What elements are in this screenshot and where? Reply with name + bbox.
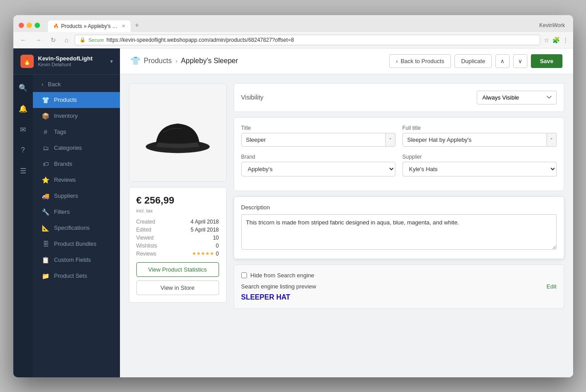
sidebar-item-label: Brands bbox=[54, 160, 72, 167]
visibility-select[interactable]: Always Visible Hidden Visible when direc… bbox=[477, 91, 557, 104]
full-title-input[interactable] bbox=[403, 133, 547, 147]
title-input[interactable] bbox=[241, 133, 386, 147]
back-to-products-button[interactable]: ‹ Back to Products bbox=[389, 54, 451, 68]
view-product-statistics-button[interactable]: View Product Statistics bbox=[136, 262, 219, 277]
sidebar-header[interactable]: 🔥 Kevin-SpeedofLight Kevin Delahunt ▾ bbox=[13, 48, 120, 75]
description-textarea[interactable]: This tricorn is made from striped fabric… bbox=[241, 214, 557, 250]
reload-button[interactable]: ↻ bbox=[48, 36, 59, 44]
content-area: € 256,99 incl. tax Created 4 April 2018 … bbox=[120, 74, 573, 318]
reviews-value: ★★★★★ 0 bbox=[163, 251, 219, 257]
sidebar-item-categories[interactable]: 🗂 Categories bbox=[33, 140, 120, 156]
custom-fields-icon: 📋 bbox=[42, 256, 50, 264]
sidebar-company-name: Kevin-SpeedofLight bbox=[38, 55, 106, 62]
sidebar-bell-icon[interactable]: 🔔 bbox=[13, 99, 33, 118]
categories-icon: 🗂 bbox=[42, 144, 50, 152]
new-tab-button[interactable]: + bbox=[132, 19, 143, 32]
tab-title: Products » Appleby's Sleeper bbox=[61, 23, 119, 29]
home-button[interactable]: ⌂ bbox=[62, 36, 71, 44]
sidebar-item-label: Products bbox=[54, 96, 77, 103]
browser-tabs: 🔥 Products » Appleby's Sleeper ✕ + bbox=[48, 19, 533, 32]
specifications-icon: 📐 bbox=[42, 224, 50, 232]
sidebar-help-icon[interactable]: ? bbox=[16, 141, 30, 160]
supplier-select[interactable]: Kyle's Hats bbox=[403, 162, 557, 176]
breadcrumb-separator: › bbox=[175, 57, 178, 64]
menu-button[interactable]: ⋮ bbox=[562, 36, 569, 44]
minimize-button[interactable] bbox=[27, 23, 32, 28]
seo-section-label: Search engine listing preview bbox=[241, 283, 316, 290]
sidebar-item-brands[interactable]: 🏷 Brands bbox=[33, 156, 120, 172]
hide-search-label: Hide from Search engine bbox=[251, 272, 315, 279]
hat-illustration bbox=[142, 97, 213, 168]
sidebar-item-inventory[interactable]: 📦 Inventory bbox=[33, 108, 120, 124]
sidebar-item-label: Inventory bbox=[54, 112, 78, 119]
created-label: Created bbox=[136, 219, 157, 225]
sidebar-item-specifications[interactable]: 📐 Specifications bbox=[33, 220, 120, 236]
sidebar-item-filters[interactable]: 🔧 Filters bbox=[33, 204, 120, 220]
supplier-group: Supplier Kyle's Hats bbox=[403, 154, 557, 176]
tab-close-icon[interactable]: ✕ bbox=[122, 24, 125, 28]
sidebar-item-suppliers[interactable]: 🚚 Suppliers bbox=[33, 188, 120, 204]
nav-down-button[interactable]: ∨ bbox=[513, 54, 527, 68]
active-tab[interactable]: 🔥 Products » Appleby's Sleeper ✕ bbox=[48, 20, 131, 32]
duplicate-button[interactable]: Duplicate bbox=[454, 54, 492, 68]
page-header: 👕 Products › Appleby's Sleeper ‹ Back to… bbox=[120, 48, 573, 74]
bookmark-button[interactable]: ☆ bbox=[544, 36, 550, 44]
breadcrumb: 👕 Products › Appleby's Sleeper bbox=[131, 56, 384, 66]
full-title-label: Full title bbox=[403, 125, 557, 131]
sidebar-item-tags[interactable]: # Tags bbox=[33, 124, 120, 140]
sidebar-item-label: Specifications bbox=[54, 224, 90, 231]
sidebar-mail-icon[interactable]: ✉ bbox=[15, 120, 31, 139]
sidebar-item-reviews[interactable]: ⭐ Reviews bbox=[33, 172, 120, 188]
brand-group: Brand Appleby's bbox=[241, 154, 395, 176]
wishlists-label: Wishlists bbox=[136, 243, 157, 249]
view-in-store-button[interactable]: View in Store bbox=[136, 280, 219, 295]
visibility-label: Visibility bbox=[241, 94, 263, 101]
sidebar-item-label: Suppliers bbox=[54, 192, 78, 199]
visibility-row: Visibility Always Visible Hidden Visible… bbox=[241, 91, 557, 104]
back-chevron-icon: ‹ bbox=[396, 58, 398, 64]
maximize-button[interactable] bbox=[35, 23, 40, 28]
save-button[interactable]: Save bbox=[531, 54, 562, 68]
profile-label: KevinWork bbox=[537, 20, 568, 31]
breadcrumb-current: Appleby's Sleeper bbox=[181, 57, 238, 65]
tags-icon: # bbox=[42, 128, 50, 136]
wishlists-value: 0 bbox=[163, 243, 219, 249]
sidebar-back-label: Back bbox=[48, 81, 61, 88]
brands-icon: 🏷 bbox=[42, 160, 50, 168]
sidebar-search-icon[interactable]: 🔍 bbox=[13, 78, 33, 97]
secure-badge: 🔒 bbox=[80, 37, 86, 43]
full-title-input-wrapper: * bbox=[403, 133, 557, 147]
sidebar-item-custom-fields[interactable]: 📋 Custom Fields bbox=[33, 252, 120, 268]
sidebar-item-label: Filters bbox=[54, 208, 70, 215]
brand-supplier-row: Brand Appleby's Supplier Kyle's Hats bbox=[241, 154, 557, 176]
title-group: Title * bbox=[241, 125, 395, 147]
right-panel: Visibility Always Visible Hidden Visible… bbox=[234, 83, 564, 309]
sidebar-item-product-bundles[interactable]: 🗄 Product Bundles bbox=[33, 236, 120, 252]
browser-titlebar: 🔥 Products » Appleby's Sleeper ✕ + Kevin… bbox=[13, 15, 573, 32]
title-required-button[interactable]: * bbox=[386, 133, 395, 147]
sidebar-user-info: Kevin-SpeedofLight Kevin Delahunt bbox=[38, 55, 106, 67]
brand-select[interactable]: Appleby's bbox=[241, 162, 395, 176]
sidebar-item-products[interactable]: 👕 Products bbox=[33, 92, 120, 108]
seo-header: Search engine listing preview Edit bbox=[241, 283, 557, 290]
hide-search-checkbox[interactable] bbox=[241, 272, 247, 278]
product-image-card bbox=[129, 83, 227, 182]
full-title-required-button[interactable]: * bbox=[547, 133, 556, 147]
forward-nav-button[interactable]: → bbox=[33, 36, 44, 44]
brand-label: Brand bbox=[241, 154, 395, 160]
sidebar-item-product-sets[interactable]: 📁 Product Sets bbox=[33, 268, 120, 284]
extensions-button[interactable]: 🧩 bbox=[552, 36, 560, 44]
meta-grid: Created 4 April 2018 Edited 5 April 2018… bbox=[136, 219, 219, 257]
address-bar[interactable]: 🔒 Secure https://kevin-speedoflight.webs… bbox=[75, 35, 540, 45]
close-button[interactable] bbox=[19, 23, 24, 28]
sidebar-back-button[interactable]: ‹ Back bbox=[33, 76, 120, 92]
hide-search-row: Hide from Search engine bbox=[241, 272, 557, 279]
sidebar-layout-icon[interactable]: ☰ bbox=[15, 161, 32, 180]
seo-preview-title: SLEEPER HAT bbox=[241, 293, 557, 301]
back-nav-button[interactable]: ← bbox=[18, 36, 29, 44]
nav-up-button[interactable]: ∧ bbox=[495, 54, 510, 68]
sidebar-item-label: Categories bbox=[54, 144, 82, 151]
seo-edit-button[interactable]: Edit bbox=[546, 283, 556, 290]
product-bundles-icon: 🗄 bbox=[42, 240, 50, 248]
breadcrumb-section[interactable]: Products bbox=[144, 57, 172, 65]
